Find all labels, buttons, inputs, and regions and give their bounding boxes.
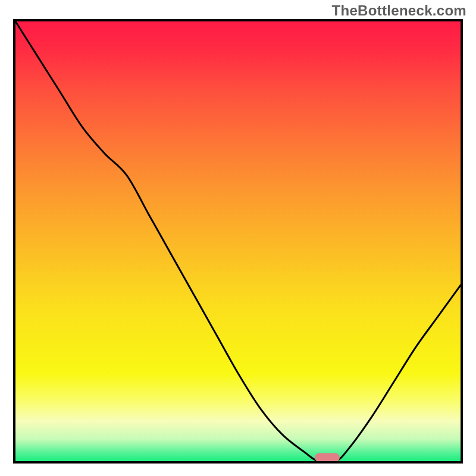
plot-frame [13,19,463,464]
watermark-text: TheBottleneck.com [332,2,466,19]
bottleneck-curve [15,21,461,461]
chart-container: TheBottleneck.com [0,0,476,476]
valley-marker [315,453,340,462]
